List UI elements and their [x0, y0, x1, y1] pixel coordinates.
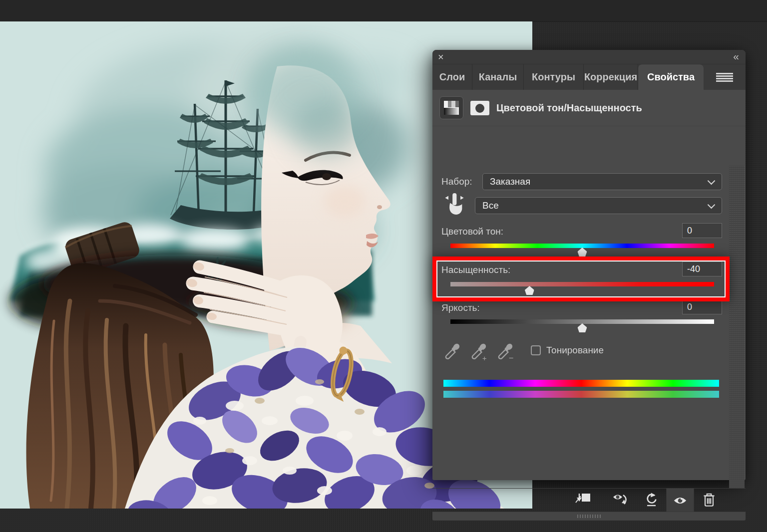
- layer-mask-icon[interactable]: [470, 101, 489, 115]
- tab-properties[interactable]: Свойства: [638, 64, 704, 90]
- lightness-slider-thumb[interactable]: [578, 323, 587, 332]
- tab-adjustments[interactable]: Коррекция: [584, 64, 638, 90]
- chevron-down-icon: [708, 177, 716, 185]
- collapse-panel-icon[interactable]: «: [733, 50, 739, 63]
- spectrum-bar-original: [443, 380, 719, 387]
- photoshop-window: ✂: [0, 0, 767, 532]
- tab-layers[interactable]: Слои: [432, 64, 472, 90]
- chevron-down-icon: [708, 201, 716, 209]
- preset-dropdown[interactable]: Заказная: [482, 173, 722, 190]
- lightness-label: Яркость:: [441, 300, 480, 315]
- eyedropper-icon[interactable]: [444, 342, 462, 364]
- hue-saturation-adjustment-icon: [439, 96, 463, 119]
- tab-paths[interactable]: Контуры: [524, 64, 584, 90]
- svg-text:+: +: [482, 354, 487, 361]
- channel-value: Все: [482, 198, 499, 214]
- eyedropper-minus-icon[interactable]: −: [497, 342, 515, 364]
- targeted-adjustment-icon[interactable]: [444, 193, 464, 218]
- clip-to-layer-icon[interactable]: [575, 492, 591, 510]
- panel-toolbar: [432, 488, 746, 512]
- hamburger-icon: [716, 72, 733, 83]
- reset-adjustment-icon[interactable]: [644, 492, 659, 511]
- app-menubar: [0, 0, 767, 22]
- panel-titlebar: × «: [432, 50, 746, 64]
- view-previous-state-icon[interactable]: [612, 492, 630, 511]
- hue-value-input[interactable]: 0: [682, 223, 722, 238]
- colorize-checkbox[interactable]: [531, 345, 541, 355]
- saturation-value-input[interactable]: -40: [682, 262, 722, 276]
- panel-body: Цветовой тон/Насыщенность Набор: Заказна…: [432, 90, 746, 480]
- preset-label: Набор:: [441, 173, 472, 191]
- hue-slider-track[interactable]: [450, 244, 714, 248]
- panel-gutter: [729, 166, 745, 488]
- preset-value: Заказная: [490, 174, 530, 190]
- close-icon[interactable]: ×: [438, 50, 444, 63]
- saturation-slider-track[interactable]: [450, 282, 714, 286]
- adjustment-title-row: Цветовой тон/Насыщенность: [432, 90, 746, 126]
- panel-menu-button[interactable]: [704, 64, 746, 90]
- delete-adjustment-icon[interactable]: [701, 492, 717, 511]
- toggle-visibility-icon[interactable]: [671, 495, 689, 509]
- saturation-slider-thumb[interactable]: [525, 286, 534, 295]
- hue-slider-thumb[interactable]: [578, 248, 587, 257]
- colorize-label: Тонирование: [546, 342, 604, 358]
- panel-resize-strip[interactable]: [432, 512, 746, 521]
- panel-tab-bar: Слои Каналы Контуры Коррекция Свойства: [432, 64, 746, 90]
- properties-panel: × « Слои Каналы Контуры Коррекция Свойст…: [432, 50, 746, 480]
- lightness-value-input[interactable]: 0: [682, 299, 722, 314]
- tab-channels[interactable]: Каналы: [472, 64, 524, 90]
- saturation-label: Насыщенность:: [441, 263, 510, 277]
- eyedropper-plus-icon[interactable]: +: [471, 342, 489, 364]
- lightness-slider-track[interactable]: [450, 319, 714, 324]
- svg-text:−: −: [509, 353, 514, 361]
- spectrum-bar-adjusted: [443, 391, 719, 398]
- adjustment-title: Цветовой тон/Насыщенность: [496, 90, 642, 126]
- hue-label: Цветовой тон:: [441, 224, 503, 239]
- channel-dropdown[interactable]: Все: [475, 197, 722, 214]
- resize-grip-icon: [577, 515, 601, 518]
